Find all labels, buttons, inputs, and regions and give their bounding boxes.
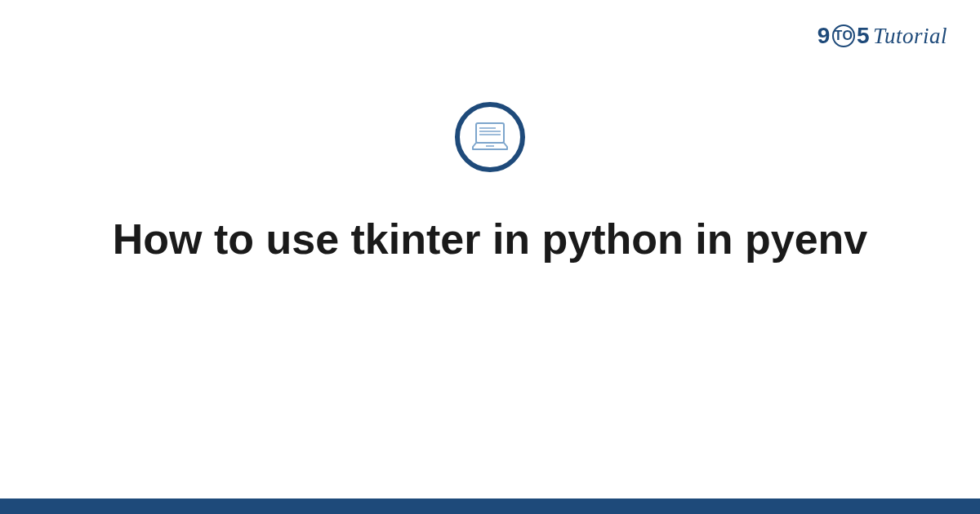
svg-rect-0 — [476, 123, 504, 143]
logo-tutorial: Tutorial — [873, 24, 947, 49]
page-title: How to use tkinter in python in pyenv — [113, 213, 868, 266]
site-logo[interactable]: 9 TO 5 Tutorial — [817, 23, 947, 49]
logo-to-circle: TO — [832, 24, 855, 47]
footer-bar — [0, 498, 980, 514]
main-content: How to use tkinter in python in pyenv — [0, 102, 980, 266]
laptop-icon — [471, 121, 509, 153]
logo-five: 5 — [857, 23, 870, 49]
logo-nine: 9 — [817, 23, 831, 49]
laptop-icon-circle — [455, 102, 525, 172]
